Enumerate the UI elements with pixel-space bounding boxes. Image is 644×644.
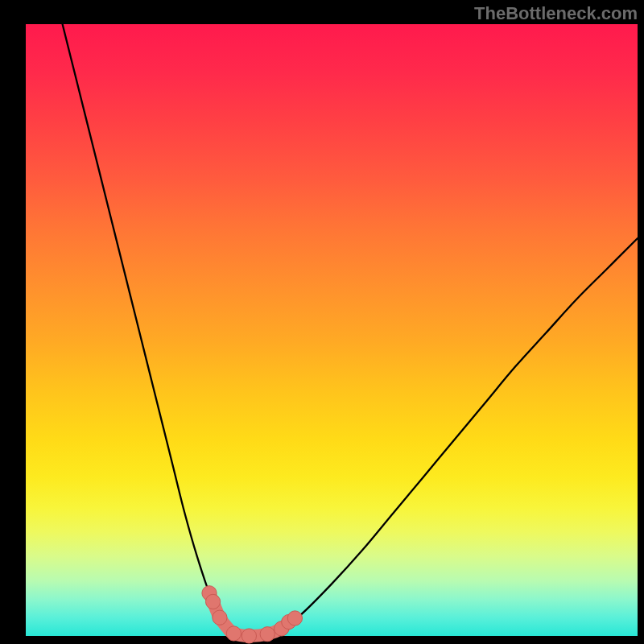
- valley-marker-1: [205, 594, 220, 609]
- valley-marker-5: [260, 627, 275, 642]
- series-left-branch: [63, 24, 234, 634]
- valley-marker-3: [226, 626, 241, 641]
- valley-marker-4: [242, 629, 256, 643]
- valley-marker-2: [213, 610, 227, 625]
- curve-layer: [0, 0, 644, 644]
- series-right-branch: [270, 238, 638, 634]
- watermark-text: TheBottleneck.com: [474, 3, 638, 24]
- chart-stage: TheBottleneck.com: [0, 0, 644, 644]
- valley-marker-8: [287, 611, 302, 625]
